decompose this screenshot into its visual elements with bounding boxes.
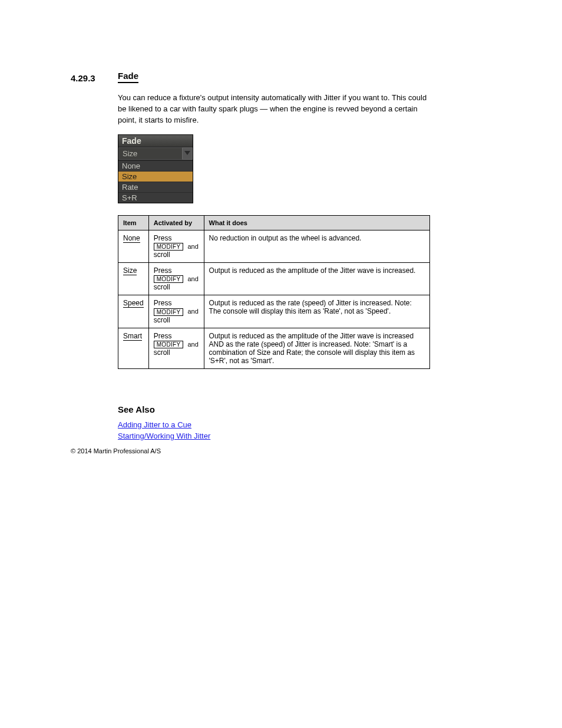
activated-prefix: Press [154,299,172,307]
modify-button-label: MODIFY [154,341,184,348]
fade-option-size[interactable]: Size [118,171,193,182]
fade-panel-title: Fade [118,135,193,147]
svg-marker-0 [184,151,190,155]
table-row: Smart Press MODIFY and scroll Output is … [118,328,430,368]
table-row: None Press MODIFY and scroll No reductio… [118,230,430,262]
option-name: None [123,234,140,243]
activated-prefix: Press [154,234,172,242]
option-desc: Output is reduced as the rate (speed) of… [204,295,429,328]
modify-button-label: MODIFY [154,308,184,316]
scroll-text: scroll [154,348,170,357]
table-row: Size Press MODIFY and scroll Output is r… [118,262,430,295]
and-text: and [186,341,198,348]
option-desc: Output is reduced as the amplitude of th… [204,328,429,368]
activated-prefix: Press [154,332,172,340]
modify-button-label: MODIFY [154,275,184,283]
scroll-text: scroll [154,251,170,259]
footer-copyright: © 2014 Martin Professional A/S [71,447,161,454]
options-table: Item Activated by What it does None Pres… [118,215,430,369]
scroll-text: scroll [154,283,170,291]
table-header-desc: What it does [204,215,429,230]
see-also-link-jitter-working[interactable]: Starting/Working With Jitter [118,431,491,440]
and-text: and [186,275,198,282]
scroll-text: scroll [154,316,170,324]
fade-option-sr[interactable]: S+R [118,192,193,203]
and-text: and [186,243,198,250]
table-header-activated: Activated by [148,215,204,230]
fade-option-list: None Size Rate S+R [118,160,193,203]
section-title: Fade [118,71,138,83]
modify-button-label: MODIFY [154,243,184,251]
fade-select[interactable]: Size [118,147,193,160]
dropdown-arrow-icon[interactable] [182,147,193,160]
table-row: Speed Press MODIFY and scroll Output is … [118,295,430,328]
option-name: Size [123,266,137,275]
section-number: 4.29.3 [71,73,95,83]
intro-paragraph: You can reduce a fixture's output intens… [118,93,436,126]
fade-dropdown-widget: Fade Size None Size Rate S+R [118,134,193,203]
option-desc: Output is reduced as the amplitude of th… [204,262,429,295]
see-also-link-jitter-cue[interactable]: Adding Jitter to a Cue [118,420,491,429]
fade-option-none[interactable]: None [118,160,193,171]
table-header-item: Item [118,215,149,230]
fade-selected-value: Size [118,147,182,160]
see-also-heading: See Also [118,404,491,414]
and-text: and [186,308,198,315]
activated-prefix: Press [154,266,172,275]
option-name: Smart [123,332,142,341]
fade-option-rate[interactable]: Rate [118,182,193,192]
option-desc: No reduction in output as the wheel is a… [204,230,429,262]
option-name: Speed [123,299,144,308]
